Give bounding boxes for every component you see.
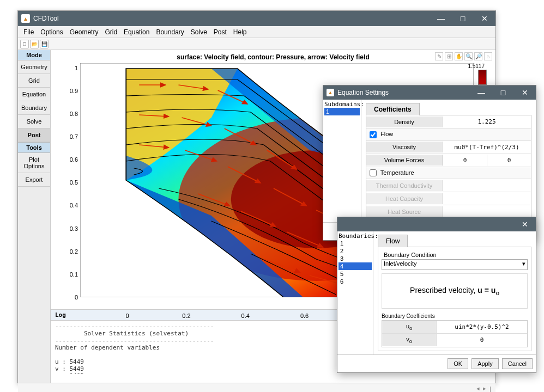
v0-input[interactable]: 0 xyxy=(437,334,527,346)
colorbar xyxy=(478,70,487,85)
heat-source-label: Heat Source xyxy=(366,206,443,217)
bc-select[interactable]: Inlet/velocity ▾ xyxy=(382,259,528,270)
eq-titlebar[interactable]: ▲ Equation Settings — □ ✕ xyxy=(323,85,536,100)
bc-formula: Prescribed velocity, u = uo xyxy=(382,273,528,309)
subdomains-header: Subdomains: xyxy=(324,101,360,108)
sidebar-item-grid[interactable]: Grid xyxy=(18,74,50,88)
bc-label: Boundary Condition xyxy=(382,250,528,259)
menu-help[interactable]: Help xyxy=(230,27,250,37)
menu-geometry[interactable]: Geometry xyxy=(67,27,102,37)
subdomain-item[interactable]: 1 xyxy=(324,108,360,115)
sidebar-item-equation[interactable]: Equation xyxy=(18,88,50,101)
boundary-item[interactable]: 1 xyxy=(339,240,372,247)
bc-close-button[interactable]: ✕ xyxy=(514,217,536,232)
close-button[interactable]: ✕ xyxy=(474,11,495,26)
temperature-checkbox[interactable] xyxy=(370,169,377,176)
y-tick: 0.3 xyxy=(63,225,78,232)
boundary-item[interactable]: 2 xyxy=(339,247,372,255)
boundary-item[interactable]: 6 xyxy=(339,278,372,285)
boundaries-header: Boundaries: xyxy=(339,232,372,240)
coefficients-tab[interactable]: Coefficients xyxy=(366,103,420,115)
flow-tab[interactable]: Flow xyxy=(378,235,408,247)
menubar: File Options Geometry Grid Equation Boun… xyxy=(18,26,495,38)
sidebar-item-boundary[interactable]: Boundary xyxy=(18,101,50,115)
zoom-in-icon[interactable]: 🔍 xyxy=(464,52,473,60)
y-tick: 0.4 xyxy=(63,202,78,209)
density-input[interactable]: 1.225 xyxy=(443,116,531,127)
thermal-conductivity-input xyxy=(443,183,531,188)
eq-maximize-button[interactable]: □ xyxy=(492,85,514,100)
sidebar-item-export[interactable]: Export xyxy=(18,173,50,187)
y-tick: 0.6 xyxy=(63,156,78,163)
pan-icon[interactable]: ✋ xyxy=(455,52,463,60)
u0-label: uo xyxy=(382,321,437,333)
new-icon[interactable]: □ xyxy=(20,40,29,48)
bc-coef-head: Boundary Coefficients xyxy=(382,312,528,320)
boundary-item[interactable]: 5 xyxy=(339,270,372,278)
heat-capacity-input xyxy=(443,197,531,201)
boundary-item[interactable]: 3 xyxy=(339,255,372,262)
eq-close-button[interactable]: ✕ xyxy=(514,85,536,100)
bc-buttons: OK Apply Cancel xyxy=(337,354,536,372)
sidebar-item-solve[interactable]: Solve xyxy=(18,115,50,128)
home-icon[interactable]: ⌂ xyxy=(484,52,492,60)
boundary-item[interactable]: 4 xyxy=(339,262,372,270)
u0-input[interactable]: uin*2*(y-0.5)^2 xyxy=(437,321,527,333)
subdomains-list[interactable]: Subdomains: 1 xyxy=(323,100,361,222)
boundaries-list[interactable]: Boundaries: 1 2 3 4 5 6 xyxy=(337,231,373,354)
main-titlebar[interactable]: ▲ CFDTool — □ ✕ xyxy=(18,11,495,26)
window-title: CFDTool xyxy=(33,15,59,22)
datacursor-icon[interactable]: ⊞ xyxy=(445,52,453,60)
minimize-button[interactable]: — xyxy=(430,11,452,26)
menu-file[interactable]: File xyxy=(20,27,37,37)
x-tick: 0.6 xyxy=(300,313,309,319)
eq-minimize-button[interactable]: — xyxy=(470,85,492,100)
sidebar-item-geometry[interactable]: Geometry xyxy=(18,60,50,74)
temperature-check-row[interactable]: Temperature xyxy=(366,167,531,180)
open-icon[interactable]: 📂 xyxy=(30,40,39,48)
viscosity-input[interactable]: mu0*(T-Tref)^(2/3) xyxy=(443,142,531,153)
heat-capacity-label: Heat Capacity xyxy=(366,193,443,204)
menu-solve[interactable]: Solve xyxy=(188,27,210,37)
volume-forces-label: Volume Forces xyxy=(366,155,443,166)
y-tick: 0.2 xyxy=(63,248,78,255)
menu-options[interactable]: Options xyxy=(37,27,66,37)
flow-label: Flow xyxy=(380,131,393,137)
bc-cancel-button[interactable]: Cancel xyxy=(502,358,533,369)
x-tick: 0 xyxy=(126,313,129,319)
x-tick: 0.2 xyxy=(182,313,190,319)
plot-toolbar: ✎ ⊞ ✋ 🔍 🔎 ⌂ xyxy=(435,52,492,60)
flow-checkbox[interactable] xyxy=(370,131,377,138)
volume-force-x-input[interactable]: 0 xyxy=(443,155,487,166)
temperature-label: Temperature xyxy=(380,169,414,176)
mode-header: Mode xyxy=(18,50,50,60)
brush-icon[interactable]: ✎ xyxy=(435,52,443,60)
y-tick: 0.5 xyxy=(63,179,78,186)
status-prev-icon[interactable]: ◂ xyxy=(476,385,480,392)
menu-equation[interactable]: Equation xyxy=(120,27,153,37)
density-label: Density xyxy=(366,117,443,127)
flow-check-row[interactable]: Flow xyxy=(366,128,531,141)
y-tick: 0.8 xyxy=(63,111,78,117)
menu-post[interactable]: Post xyxy=(210,27,230,37)
tools-header: Tools xyxy=(18,142,50,153)
chevron-down-icon: ▾ xyxy=(522,260,525,267)
eq-title: Equation Settings xyxy=(337,89,389,96)
maximize-button[interactable]: □ xyxy=(452,11,474,26)
zoom-out-icon[interactable]: 🔎 xyxy=(474,52,482,60)
status-next-icon[interactable]: ▸ xyxy=(483,385,486,392)
menu-grid[interactable]: Grid xyxy=(101,27,120,37)
y-tick: 0 xyxy=(63,294,78,301)
thermal-conductivity-label: Thermal Conductivity xyxy=(366,180,443,191)
bc-ok-button[interactable]: OK xyxy=(448,358,468,369)
y-tick: 0.9 xyxy=(63,88,78,94)
save-icon[interactable]: 💾 xyxy=(40,40,49,48)
sidebar-item-post[interactable]: Post xyxy=(18,128,50,142)
bc-apply-button: Apply xyxy=(472,358,499,369)
boundary-settings-dialog: ✕ Boundaries: 1 2 3 4 5 6 Flow Boundary … xyxy=(337,217,536,373)
sidebar-item-plot-options[interactable]: Plot Options xyxy=(18,153,50,173)
menu-boundary[interactable]: Boundary xyxy=(153,27,187,37)
viscosity-label: Viscosity xyxy=(366,142,443,152)
bc-titlebar[interactable]: ✕ xyxy=(337,217,536,231)
volume-force-y-input[interactable]: 0 xyxy=(487,155,531,166)
